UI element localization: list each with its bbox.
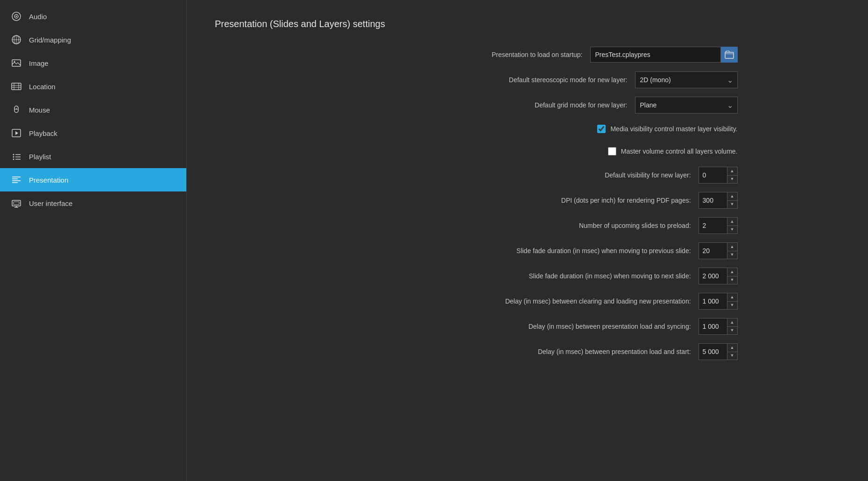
prev-fade-spinbox: ▲ ▼ [699,242,738,259]
page-title: Presentation (Slides and Layers) setting… [215,19,840,29]
load-start-down[interactable]: ▼ [727,352,737,360]
sidebar-item-user-interface[interactable]: User interface [0,191,186,215]
sidebar-item-label: Playlist [29,153,51,161]
presentation-icon [11,175,21,185]
dpi-down[interactable]: ▼ [727,201,737,209]
clear-delay-row: Delay (in msec) between clearing and loa… [318,293,738,310]
preload-up[interactable]: ▲ [727,218,737,226]
prev-fade-input[interactable] [699,243,727,259]
media-visibility-row: Media visibility control master layer vi… [318,122,738,136]
preload-input[interactable] [699,218,727,233]
sidebar-item-label: Location [29,83,56,91]
next-fade-input[interactable] [699,268,727,284]
startup-label: Presentation to load on startup: [492,51,583,58]
next-fade-row: Slide fade duration (in msec) when movin… [318,268,738,284]
sidebar: Audio Grid/mapping Image [0,0,187,481]
stereo-select-wrapper: 2D (mono) 3D side by side 3D top bottom [635,71,738,88]
sidebar-item-mouse[interactable]: Mouse [0,98,186,121]
sidebar-item-label: Playback [29,129,57,137]
clear-delay-up[interactable]: ▲ [727,293,737,302]
clear-delay-input[interactable] [699,293,727,309]
stereo-row: Default stereoscopic mode for new layer:… [318,71,738,88]
load-sync-spinbox: ▲ ▼ [699,318,738,335]
default-visibility-input[interactable] [699,167,727,183]
default-visibility-row: Default visibility for new layer: ▲ ▼ [318,167,738,184]
sidebar-item-grid-mapping[interactable]: Grid/mapping [0,28,186,51]
sidebar-item-presentation[interactable]: Presentation [0,168,186,191]
svg-rect-33 [725,52,734,58]
clear-delay-label: Delay (in msec) between clearing and loa… [505,297,691,305]
grid-select[interactable]: Plane Dome Cylinder Sphere [635,97,738,113]
preload-spinbox: ▲ ▼ [699,217,738,234]
svg-point-19 [13,154,14,156]
sidebar-item-label: Grid/mapping [29,36,71,44]
svg-rect-9 [12,83,21,90]
sidebar-item-label: User interface [29,199,72,207]
clear-delay-spinbox: ▲ ▼ [699,293,738,310]
load-start-spinbox: ▲ ▼ [699,343,738,360]
stereo-label: Default stereoscopic mode for new layer: [509,76,628,84]
load-sync-row: Delay (in msec) between presentation loa… [318,318,738,335]
audio-icon [11,11,21,21]
master-volume-checkbox[interactable] [608,147,616,156]
grid-label: Default grid mode for new layer: [535,101,627,109]
load-sync-up[interactable]: ▲ [727,318,737,327]
load-sync-input[interactable] [699,318,727,334]
sidebar-item-label: Mouse [29,106,50,114]
svg-rect-32 [14,202,19,205]
image-icon [11,58,21,68]
main-content: Presentation (Slides and Layers) setting… [187,0,868,481]
user-interface-icon [11,198,21,208]
settings-form: Presentation to load on startup: Default… [318,46,738,360]
sidebar-item-label: Presentation [29,176,68,184]
media-visibility-label[interactable]: Media visibility control master layer vi… [597,125,737,133]
playlist-icon [11,151,21,162]
preload-down[interactable]: ▼ [727,226,737,234]
dpi-label: DPI (dots per inch) for rendering PDF pa… [561,197,691,204]
startup-row: Presentation to load on startup: [318,46,738,63]
grid-select-wrapper: Plane Dome Cylinder Sphere [635,97,738,113]
playback-icon [11,128,21,138]
sidebar-item-location[interactable]: Location [0,75,186,98]
next-fade-down[interactable]: ▼ [727,276,737,284]
next-fade-label: Slide fade duration (in msec) when movin… [529,272,691,280]
grid-row: Default grid mode for new layer: Plane D… [318,97,738,113]
sidebar-item-label: Audio [29,13,47,21]
default-visibility-label: Default visibility for new layer: [605,171,691,179]
dpi-up[interactable]: ▲ [727,192,737,201]
stereo-select[interactable]: 2D (mono) 3D side by side 3D top bottom [635,71,738,88]
load-sync-down[interactable]: ▼ [727,327,737,335]
preload-label: Number of upcoming slides to preload: [579,222,691,229]
sidebar-item-playback[interactable]: Playback [0,121,186,145]
default-visibility-up[interactable]: ▲ [727,167,737,176]
load-sync-label: Delay (in msec) between presentation loa… [529,323,691,330]
default-visibility-down[interactable]: ▼ [727,176,737,184]
startup-input[interactable] [590,47,721,63]
sidebar-item-image[interactable]: Image [0,51,186,75]
prev-fade-up[interactable]: ▲ [727,243,737,251]
default-visibility-spinbox: ▲ ▼ [699,167,738,184]
prev-fade-down[interactable]: ▼ [727,251,737,259]
startup-file-button[interactable] [721,47,738,63]
load-start-up[interactable]: ▲ [727,344,737,352]
svg-point-8 [14,61,15,63]
sidebar-item-label: Image [29,59,49,67]
prev-fade-label: Slide fade duration (in msec) when movin… [516,247,691,255]
sidebar-item-playlist[interactable]: Playlist [0,145,186,168]
mouse-icon [11,105,21,115]
dpi-input[interactable] [699,192,727,208]
master-volume-label[interactable]: Master volume control all layers volume. [608,147,738,156]
sidebar-item-audio[interactable]: Audio [0,5,186,28]
dpi-spinbox: ▲ ▼ [699,192,738,209]
prev-fade-row: Slide fade duration (in msec) when movin… [318,242,738,259]
startup-input-group [590,47,738,63]
svg-marker-18 [15,131,18,135]
clear-delay-down[interactable]: ▼ [727,302,737,310]
master-volume-row: Master volume control all layers volume. [318,144,738,158]
next-fade-up[interactable]: ▲ [727,268,737,276]
next-fade-spinbox: ▲ ▼ [699,268,738,284]
grid-icon [11,35,21,45]
load-start-row: Delay (in msec) between presentation loa… [318,343,738,360]
load-start-input[interactable] [699,344,727,360]
media-visibility-checkbox[interactable] [597,125,606,133]
